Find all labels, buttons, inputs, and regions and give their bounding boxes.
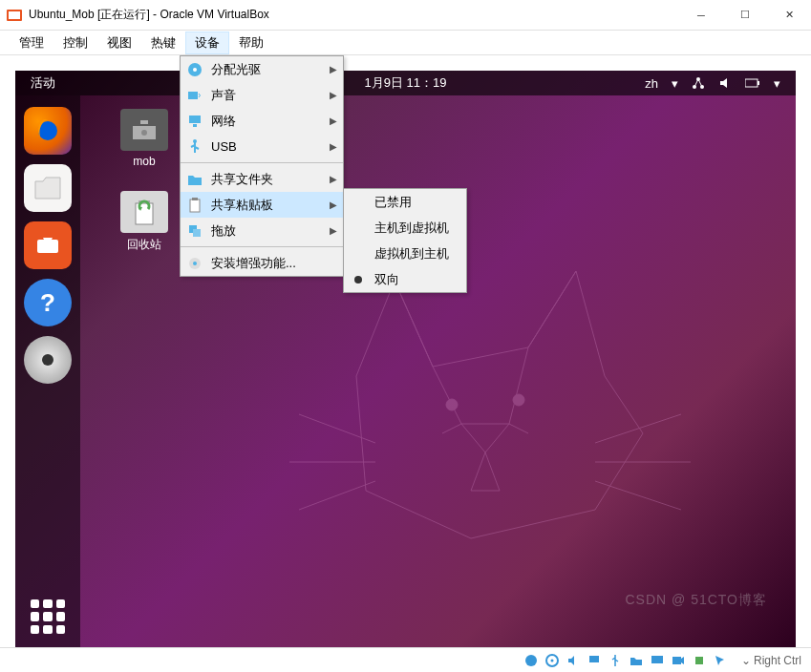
watermark: CSDN @ 51CTO博客 bbox=[625, 592, 767, 609]
battery-icon bbox=[745, 77, 760, 89]
submenu-arrow-icon: ▶ bbox=[330, 64, 337, 74]
submenu-host-to-guest[interactable]: 主机到虚拟机 bbox=[344, 215, 466, 241]
power-dropdown-icon: ▾ bbox=[774, 76, 780, 91]
svg-point-9 bbox=[141, 130, 147, 136]
maximize-button[interactable]: ☐ bbox=[723, 0, 767, 31]
host-key-label[interactable]: ⌄ Right Ctrl bbox=[741, 654, 801, 667]
submenu-arrow-icon: ▶ bbox=[330, 225, 337, 236]
trash-icon bbox=[120, 191, 168, 233]
svg-point-14 bbox=[193, 68, 197, 72]
svg-point-18 bbox=[193, 139, 197, 143]
submenu-arrow-icon: ▶ bbox=[330, 200, 337, 210]
status-optical-icon[interactable] bbox=[544, 653, 560, 668]
dock-firefox[interactable] bbox=[24, 107, 72, 155]
radio-selected-icon bbox=[350, 271, 367, 288]
svg-rect-31 bbox=[695, 657, 703, 664]
svg-rect-30 bbox=[672, 657, 681, 664]
datetime-label[interactable]: 1月9日 11：19 bbox=[365, 74, 447, 92]
trash-label: 回收站 bbox=[127, 237, 161, 253]
menu-usb[interactable]: USB▶ bbox=[181, 134, 343, 159]
input-method-label[interactable]: zh bbox=[645, 76, 658, 91]
submenu-disabled[interactable]: 已禁用 bbox=[344, 189, 466, 215]
menu-devices[interactable]: 设备 bbox=[185, 32, 229, 54]
clipboard-icon bbox=[186, 197, 203, 214]
menu-audio[interactable]: 声音▶ bbox=[181, 82, 343, 108]
menu-install-guest-additions[interactable]: 安装增强功能... bbox=[181, 250, 343, 276]
install-icon bbox=[186, 255, 203, 272]
window-title: Ubuntu_Mob [正在运行] - Oracle VM VirtualBox bbox=[29, 7, 679, 23]
wallpaper-art bbox=[261, 223, 738, 586]
vm-screen[interactable]: 活动 1月9日 11：19 zh ▾ ▾ ? mob bbox=[15, 71, 796, 647]
volume-icon bbox=[718, 76, 732, 90]
dock-files[interactable] bbox=[24, 164, 72, 212]
svg-rect-19 bbox=[190, 200, 200, 212]
status-network-icon[interactable] bbox=[587, 653, 602, 668]
svg-rect-20 bbox=[192, 198, 198, 200]
submenu-guest-to-host[interactable]: 虚拟机到主机 bbox=[344, 241, 466, 266]
menubar: 管理 控制 视图 热键 设备 帮助 bbox=[0, 31, 811, 55]
virtualbox-icon bbox=[6, 7, 23, 24]
folder-icon bbox=[186, 171, 203, 188]
status-cpu-icon[interactable] bbox=[692, 653, 707, 668]
status-recording-icon[interactable] bbox=[671, 653, 686, 668]
menu-hotkey[interactable]: 热键 bbox=[141, 32, 185, 54]
svg-rect-1 bbox=[9, 11, 20, 19]
svg-rect-5 bbox=[745, 79, 758, 87]
svg-rect-15 bbox=[188, 92, 198, 99]
menu-separator bbox=[181, 162, 343, 163]
status-audio-icon[interactable] bbox=[566, 653, 581, 668]
svg-rect-29 bbox=[651, 656, 663, 663]
close-button[interactable]: ✕ bbox=[767, 0, 811, 31]
audio-icon bbox=[186, 87, 203, 104]
menu-network[interactable]: 网络▶ bbox=[181, 108, 343, 134]
usb-icon bbox=[186, 138, 203, 156]
status-display-icon[interactable] bbox=[650, 653, 665, 668]
svg-point-25 bbox=[525, 655, 537, 666]
svg-rect-16 bbox=[189, 116, 201, 123]
ubuntu-dock: ? bbox=[15, 95, 80, 647]
svg-rect-8 bbox=[37, 240, 58, 253]
vm-display-area: 活动 1月9日 11：19 zh ▾ ▾ ? mob bbox=[0, 55, 811, 647]
statusbar: ⌄ Right Ctrl bbox=[0, 647, 811, 672]
menu-shared-folders[interactable]: 共享文件夹▶ bbox=[181, 166, 343, 192]
dock-software[interactable] bbox=[24, 221, 72, 269]
status-usb-icon[interactable] bbox=[608, 653, 623, 668]
status-mouse-icon[interactable] bbox=[713, 653, 728, 668]
svg-point-27 bbox=[550, 659, 553, 662]
menu-manage[interactable]: 管理 bbox=[10, 32, 53, 54]
activities-button[interactable]: 活动 bbox=[15, 74, 71, 92]
menu-optical-drives[interactable]: 分配光驱▶ bbox=[181, 56, 343, 82]
dock-show-apps[interactable] bbox=[31, 599, 65, 634]
svg-rect-28 bbox=[589, 656, 599, 662]
submenu-arrow-icon: ▶ bbox=[330, 141, 337, 152]
devices-dropdown: 分配光驱▶ 声音▶ 网络▶ USB▶ 共享文件夹▶ 共享粘贴板▶ 拖放▶ 安装增… bbox=[180, 55, 344, 277]
submenu-arrow-icon: ▶ bbox=[330, 116, 337, 126]
network-icon bbox=[186, 113, 203, 130]
status-shared-folder-icon[interactable] bbox=[629, 653, 644, 668]
minimize-button[interactable]: ─ bbox=[679, 0, 723, 31]
desktop-trash[interactable]: 回收站 bbox=[111, 191, 178, 253]
network-icon bbox=[692, 76, 705, 90]
svg-rect-6 bbox=[758, 81, 759, 85]
menu-control[interactable]: 控制 bbox=[53, 32, 97, 54]
submenu-arrow-icon: ▶ bbox=[330, 174, 337, 184]
status-harddisk-icon[interactable] bbox=[523, 653, 539, 668]
submenu-bidirectional[interactable]: 双向 bbox=[344, 266, 466, 292]
drag-icon bbox=[186, 222, 203, 240]
desktop-icons: mob 回收站 bbox=[111, 109, 178, 276]
menu-help[interactable]: 帮助 bbox=[229, 32, 273, 54]
system-tray[interactable]: zh ▾ ▾ bbox=[645, 76, 796, 91]
clipboard-submenu: 已禁用 主机到虚拟机 虚拟机到主机 双向 bbox=[343, 188, 467, 293]
submenu-arrow-icon: ▶ bbox=[330, 90, 337, 100]
window-controls: ─ ☐ ✕ bbox=[679, 0, 811, 31]
menu-drag-drop[interactable]: 拖放▶ bbox=[181, 218, 343, 243]
menu-separator bbox=[181, 246, 343, 247]
dock-help[interactable]: ? bbox=[24, 279, 72, 326]
window-titlebar: Ubuntu_Mob [正在运行] - Oracle VM VirtualBox… bbox=[0, 0, 811, 31]
svg-rect-22 bbox=[193, 229, 201, 237]
dock-disc[interactable] bbox=[24, 336, 72, 384]
menu-view[interactable]: 视图 bbox=[97, 32, 141, 54]
folder-label: mob bbox=[133, 155, 155, 168]
desktop-folder-mob[interactable]: mob bbox=[111, 109, 178, 168]
menu-shared-clipboard[interactable]: 共享粘贴板▶ bbox=[181, 192, 343, 218]
